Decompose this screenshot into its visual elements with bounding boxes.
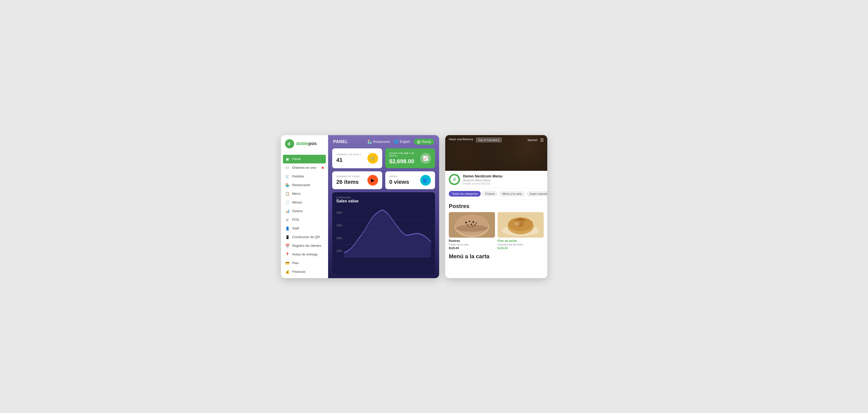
items-value: 26 items: [336, 179, 360, 185]
clientes-icon: 📅: [285, 244, 289, 248]
orders-icon: 🛒: [367, 153, 378, 164]
sales-icon: 📈: [420, 153, 431, 164]
sidebar-item-label: Áreas de entrega: [292, 252, 318, 256]
menu-scroll: Postres: [445, 199, 547, 278]
menu-panel: Hacer una Reserva Soy el Camarero Spanis…: [445, 135, 547, 278]
plan-icon: 💳: [285, 261, 289, 265]
sidebar-item-pedidos[interactable]: 🛒 Pedidos: [281, 172, 328, 181]
restaurant-button[interactable]: 🏪 Restaurante: [367, 140, 390, 144]
main-content: PANEL 🏪 Restaurante 🌐 English ⏻ Randy: [328, 135, 439, 278]
sales-card: SALES VOLUME ( 30 DAYS ) $2,698.00 📈: [385, 148, 435, 168]
tab-carta[interactable]: Menú a la carta: [499, 191, 525, 197]
staff-icon: 👤: [285, 227, 289, 231]
sidebar-item-label: Gastos: [292, 209, 303, 213]
items-label: NUMBER OF ITEMS: [336, 175, 360, 178]
sidebar-item-entrega[interactable]: 📍 Áreas de entrega: [281, 250, 328, 259]
sidebar-item-label: Mesas: [292, 200, 302, 204]
menu-item-flan[interactable]: Flan de leche Cremoso flan de leche $125…: [498, 212, 544, 250]
sales-value: $2,698.00: [389, 158, 421, 165]
y-label-1000: 1000: [336, 250, 342, 252]
panel-icon: ▣: [285, 157, 289, 161]
user-button[interactable]: ⏻ Randy: [414, 139, 434, 145]
sidebar-item-restaurante[interactable]: 🏪 Restaurante: [281, 181, 328, 190]
tab-todas[interactable]: Todas las categorías: [449, 191, 481, 197]
tab-postres[interactable]: Postres: [482, 191, 498, 197]
menu-icon: 📋: [285, 192, 289, 196]
reserva-link[interactable]: Hacer una Reserva: [449, 138, 473, 142]
section-title-carta: Menú a la carta: [449, 250, 544, 262]
sidebar: d doblepos ▣ Panel 🏷 Órdenes en vivo: [281, 135, 328, 278]
sidebar-item-label: Finanzas: [292, 270, 306, 274]
menu-item-postre-casa[interactable]: Postres Postre de la casa $125.00: [449, 212, 495, 250]
camarero-link[interactable]: Soy el Camarero: [476, 138, 502, 142]
sidebar-item-gastos[interactable]: 📊 Gastos: [281, 207, 328, 215]
menu-hero-overlay: Hacer una Reserva Soy el Camarero Spanis…: [445, 135, 547, 171]
sidebar-nav: ▣ Panel 🏷 Órdenes en vivo 🛒 Pedidos 🏪: [281, 153, 328, 278]
svg-point-13: [475, 222, 477, 223]
sidebar-item-label: Constructor de QR: [292, 235, 320, 239]
sidebar-item-menu[interactable]: 📋 Menú: [281, 190, 328, 198]
sidebar-item-label: Menú: [292, 192, 301, 196]
svg-point-10: [465, 221, 467, 223]
hamburger-icon[interactable]: ☰: [540, 138, 544, 142]
orders-card: ORDERS ( 30 DAYS ) 41 🛒: [332, 148, 382, 168]
views-info: VIEWS 0 views: [389, 175, 409, 185]
panel-title: PANEL: [333, 139, 348, 144]
restaurant-info: d Demo Nerdcom Menu Nerdcom Menu Demo Pe…: [445, 171, 547, 188]
restaurant-min-order: Pedido mínimo $100.00: [463, 182, 502, 185]
restaurante-icon: 🏪: [285, 183, 289, 187]
sidebar-item-label: Panel: [292, 157, 301, 161]
postre-casa-name: Postres: [449, 239, 495, 243]
topbar-right: 🏪 Restaurante 🌐 English ⏻ Randy: [367, 139, 434, 145]
flan-price: $125.00: [498, 246, 544, 250]
admin-panel: d doblepos ▣ Panel 🏷 Órdenes en vivo: [281, 135, 439, 278]
svg-point-11: [469, 220, 470, 222]
views-label: VIEWS: [389, 175, 409, 178]
sidebar-item-ordenes[interactable]: 🏷 Órdenes en vivo: [281, 163, 328, 172]
sidebar-item-finanzas[interactable]: 💰 Finanzas: [281, 268, 328, 276]
y-label-1500: 1500: [336, 237, 342, 240]
sidebar-item-plan[interactable]: 💳 Plan: [281, 259, 328, 268]
views-value: 0 views: [389, 179, 409, 185]
restaurant-logo-d: d: [453, 177, 456, 182]
language-button[interactable]: 🌐 English: [394, 140, 410, 144]
badge-dot: [322, 167, 324, 169]
menu-topbar-links: Hacer una Reserva Soy el Camarero: [449, 138, 502, 142]
sidebar-item-mesas[interactable]: 📄 Mesas: [281, 198, 328, 207]
y-label-2000: 2000: [336, 224, 342, 227]
sidebar-item-label: Pedidos: [292, 174, 304, 178]
language-label: English: [400, 140, 410, 143]
mesas-icon: 📄: [285, 200, 289, 204]
language-select[interactable]: Spanish: [527, 138, 537, 141]
views-card: VIEWS 0 views 👥: [385, 171, 435, 189]
category-tabs: Todas las categorías Postres Menú a la c…: [445, 188, 547, 199]
pedidos-icon: 🛒: [285, 174, 289, 178]
restaurant-logo-inner: d: [450, 175, 459, 183]
svg-text:d: d: [287, 141, 290, 146]
y-label-2500: 2500: [336, 211, 342, 214]
finanzas-icon: 💰: [285, 270, 289, 274]
items-info: NUMBER OF ITEMS 26 items: [336, 175, 360, 185]
sidebar-item-panel[interactable]: ▣ Panel: [283, 155, 326, 163]
svg-point-15: [470, 223, 472, 225]
app-wrapper: d doblepos ▣ Panel 🏷 Órdenes en vivo: [281, 135, 587, 278]
sidebar-item-qr[interactable]: 📱 Constructor de QR: [281, 233, 328, 241]
tab-jugos[interactable]: Jugos naturales: [526, 191, 547, 197]
svg-point-12: [472, 221, 474, 223]
sidebar-item-staff[interactable]: 👤 Staff: [281, 224, 328, 233]
sidebar-item-label: Plan: [292, 261, 299, 265]
orders-value: 41: [336, 157, 361, 163]
items-icon: ▶: [367, 175, 378, 185]
power-icon: ⏻: [417, 140, 421, 144]
orders-label: ORDERS ( 30 DAYS ): [336, 153, 361, 156]
sidebar-item-clientes[interactable]: 📅 Registro de clientes: [281, 241, 328, 250]
sidebar-item-pos[interactable]: 🖥 POS: [281, 215, 328, 224]
section-title-postres: Postres: [449, 199, 544, 212]
items-card: NUMBER OF ITEMS 26 items ▶: [332, 171, 382, 189]
restaurant-label: Restaurante: [373, 140, 390, 143]
postres-grid: Postres Postre de la casa $125.00: [449, 212, 544, 250]
chart-container: OVERVIEW Sales value 2500 2000 1500 1000: [332, 192, 435, 274]
menu-topbar: Hacer una Reserva Soy el Camarero Spanis…: [445, 135, 547, 145]
sidebar-item-label: Registro de clientes: [292, 244, 321, 247]
chart-wrapper: 2500 2000 1500 1000: [336, 207, 431, 257]
